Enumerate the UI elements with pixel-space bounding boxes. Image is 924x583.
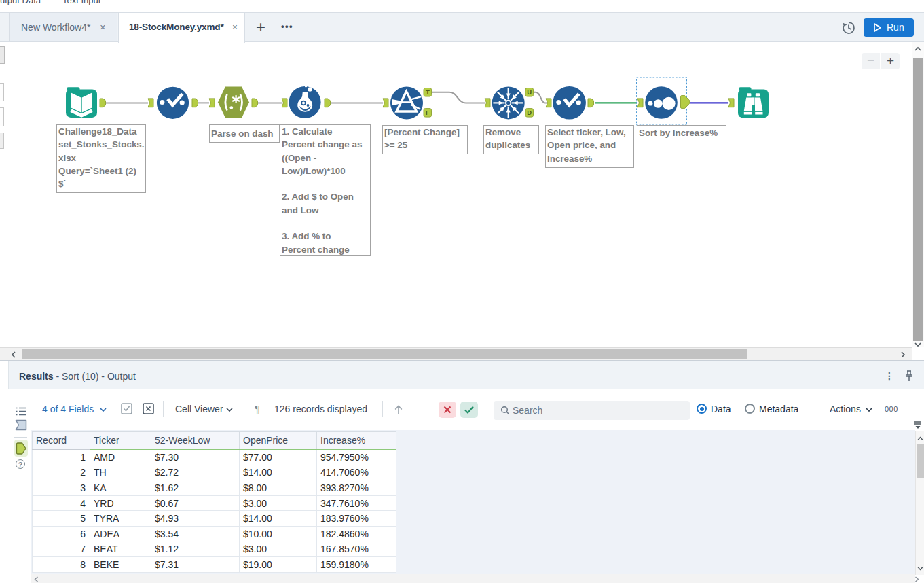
svg-text:T: T xyxy=(426,88,430,96)
svg-text:U: U xyxy=(527,88,532,96)
svg-text:D: D xyxy=(527,109,532,116)
svg-text:F: F xyxy=(426,109,430,116)
